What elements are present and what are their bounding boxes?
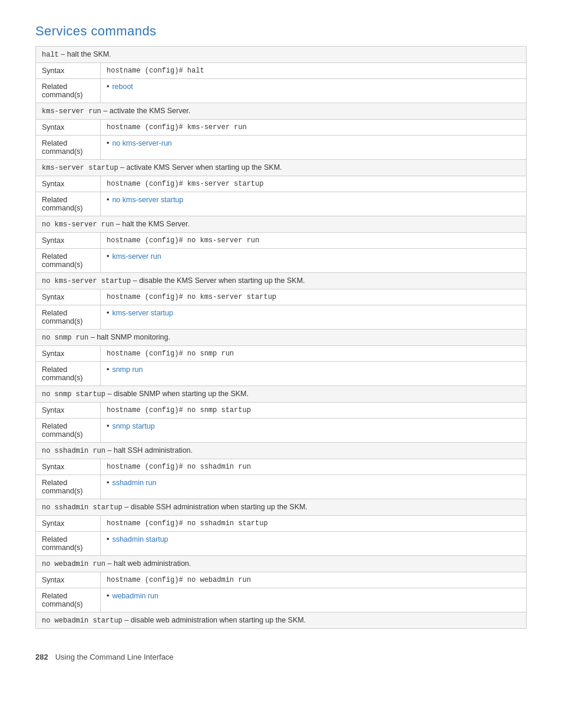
related-link-item: •sshadmin startup [107,535,520,543]
bullet-icon: • [107,365,109,374]
footer-text: Using the Command Line Interface [55,653,174,661]
page-number: 282 [35,653,48,661]
table-row: Relatedcommand(s)•sshadmin run [36,475,527,499]
row-label: Relatedcommand(s) [36,305,101,330]
table-row: Relatedcommand(s)•snmp startup [36,419,527,443]
command-sep: – [105,390,114,398]
section-header-row: halt – halt the SKM. [36,47,527,63]
command-desc: disable the KMS Server when starting up … [139,276,305,285]
row-label: Syntax [36,572,101,588]
table-row: Syntaxhostname (config)# no kms-server r… [36,233,527,249]
command-desc: activate KMS Server when starting up the… [127,163,282,172]
row-value: hostname (config)# no snmp startup [101,403,527,419]
command-sep: – [105,446,114,454]
row-value: •reboot [101,79,527,103]
bullet-icon: • [107,422,109,430]
command-code: kms-server run [42,107,101,116]
row-value: •no kms-server-run [101,136,527,160]
section-header-cell: no snmp run – halt SNMP monitoring. [36,330,527,346]
row-label: Relatedcommand(s) [36,192,101,216]
row-value: hostname (config)# no snmp run [101,346,527,362]
row-label: Relatedcommand(s) [36,475,101,499]
section-header-row: no webadmin run – halt web administratio… [36,556,527,572]
related-link-item: •sshadmin run [107,479,520,487]
command-sep: – [105,559,114,568]
related-link[interactable]: sshadmin run [112,479,156,487]
row-label: Relatedcommand(s) [36,136,101,160]
section-header-row: kms-server startup – activate KMS Server… [36,160,527,176]
command-sep: – [118,163,127,172]
row-label: Syntax [36,346,101,362]
row-value: •sshadmin run [101,475,527,499]
row-label: Relatedcommand(s) [36,79,101,103]
command-desc: halt the SKM. [67,50,111,58]
section-header-cell: no webadmin startup – disable web admini… [36,612,527,629]
section-header-cell: kms-server startup – activate KMS Server… [36,160,527,176]
table-row: Syntaxhostname (config)# halt [36,63,527,79]
command-code: no sshadmin run [42,447,105,455]
related-link[interactable]: sshadmin startup [112,535,168,543]
section-header-row: no snmp run – halt SNMP monitoring. [36,330,527,346]
command-desc: halt the KMS Server. [122,220,190,228]
bullet-icon: • [107,479,109,487]
table-row: Syntaxhostname (config)# no sshadmin run [36,459,527,475]
commands-table: halt – halt the SKM.Syntaxhostname (conf… [35,46,527,629]
command-desc: halt SNMP monitoring. [97,333,170,341]
command-sep: – [59,50,67,58]
row-label: Relatedcommand(s) [36,419,101,443]
related-link[interactable]: snmp run [112,365,143,374]
related-link[interactable]: no kms-server-run [112,139,171,147]
page-title: Services commands [35,24,527,39]
related-link[interactable]: kms-server run [112,252,161,261]
command-code: no kms-server startup [42,277,131,285]
related-link[interactable]: reboot [112,83,133,91]
table-row: Syntaxhostname (config)# no kms-server s… [36,289,527,305]
row-label: Relatedcommand(s) [36,532,101,556]
section-header-row: kms-server run – activate the KMS Server… [36,103,527,120]
row-value: hostname (config)# kms-server run [101,120,527,136]
table-row: Syntaxhostname (config)# no snmp run [36,346,527,362]
related-link-item: •no kms-server startup [107,196,520,204]
table-row: Syntaxhostname (config)# no webadmin run [36,572,527,588]
row-label: Relatedcommand(s) [36,362,101,386]
section-header-row: no kms-server startup – disable the KMS … [36,273,527,289]
command-desc: disable web administration when starting… [131,616,306,624]
row-value: •kms-server startup [101,305,527,330]
section-header-cell: no snmp startup – disable SNMP when star… [36,386,527,403]
row-value: hostname (config)# no kms-server startup [101,289,527,305]
bullet-icon: • [107,252,109,261]
related-link-item: •snmp startup [107,422,520,430]
section-header-row: no sshadmin run – halt SSH administratio… [36,443,527,459]
row-label: Syntax [36,120,101,136]
related-link-item: •no kms-server-run [107,139,520,147]
row-label: Relatedcommand(s) [36,588,101,612]
bullet-icon: • [107,309,109,317]
row-value: hostname (config)# halt [101,63,527,79]
related-link-item: •reboot [107,83,520,91]
command-code: no sshadmin startup [42,503,123,512]
table-row: Relatedcommand(s)•snmp run [36,362,527,386]
row-label: Syntax [36,516,101,532]
related-link[interactable]: webadmin run [112,592,158,600]
row-value: •kms-server run [101,249,527,273]
related-link-item: •kms-server startup [107,309,520,317]
related-link-item: •webadmin run [107,592,520,600]
row-label: Syntax [36,233,101,249]
row-label: Relatedcommand(s) [36,249,101,273]
bullet-icon: • [107,83,109,91]
command-desc: activate the KMS Server. [110,107,191,115]
related-link[interactable]: snmp startup [112,422,154,430]
related-link[interactable]: kms-server startup [112,309,173,317]
command-desc: disable SSH administration when starting… [131,503,308,511]
bullet-icon: • [107,535,109,543]
command-code: no snmp run [42,334,88,342]
section-header-row: no webadmin startup – disable web admini… [36,612,527,629]
command-sep: – [123,503,131,511]
table-row: Relatedcommand(s)•no kms-server startup [36,192,527,216]
bullet-icon: • [107,196,109,204]
command-code: kms-server startup [42,164,118,172]
related-link[interactable]: no kms-server startup [112,196,183,204]
row-value: hostname (config)# no sshadmin startup [101,516,527,532]
row-label: Syntax [36,63,101,79]
row-value: hostname (config)# no sshadmin run [101,459,527,475]
